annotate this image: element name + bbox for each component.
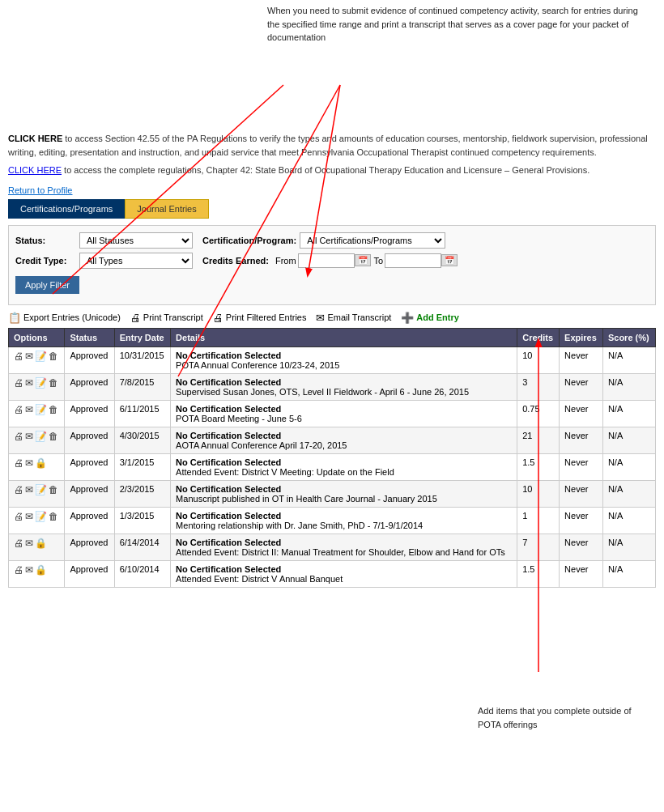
- row-options-cell: 🖨✉📝🗑: [9, 346, 65, 373]
- credit-type-select[interactable]: All Types: [79, 253, 193, 269]
- email-icon[interactable]: ✉: [25, 431, 33, 442]
- row-status: Approved: [65, 346, 114, 373]
- edit-icon[interactable]: 📝: [35, 511, 47, 522]
- row-options-cell: 🖨✉🔒: [9, 560, 65, 587]
- delete-icon[interactable]: 🗑: [49, 351, 58, 362]
- row-status: Approved: [65, 480, 114, 507]
- row-expires: Never: [560, 453, 603, 480]
- col-status: Status: [65, 328, 114, 346]
- tab-journal-entries[interactable]: Journal Entries: [125, 199, 208, 219]
- export-label: Export Entries (Unicode): [23, 312, 121, 322]
- email-icon: ✉: [316, 312, 325, 324]
- from-date-calendar-icon[interactable]: 📅: [355, 254, 371, 266]
- click-here-link-2[interactable]: CLICK HERE: [8, 165, 62, 175]
- lock-icon[interactable]: 🔒: [35, 457, 47, 469]
- row-options-cell: 🖨✉🔒: [9, 534, 65, 560]
- delete-icon[interactable]: 🗑: [49, 431, 58, 442]
- table-row: 🖨✉🔒Approved6/10/2014No Certification Sel…: [9, 560, 656, 587]
- delete-icon[interactable]: 🗑: [49, 484, 58, 495]
- row-expires: Never: [560, 560, 603, 587]
- email-icon[interactable]: ✉: [25, 564, 33, 576]
- row-status: Approved: [65, 534, 114, 560]
- to-date-calendar-icon[interactable]: 📅: [441, 254, 458, 266]
- row-expires: Never: [560, 480, 603, 507]
- row-details: No Certification SelectedMentoring relat…: [171, 507, 517, 534]
- email-icon[interactable]: ✉: [25, 404, 33, 415]
- edit-icon[interactable]: 📝: [35, 484, 47, 495]
- row-score: N/A: [602, 453, 655, 480]
- add-entry-label: Add Entry: [416, 312, 459, 322]
- print-icon[interactable]: 🖨: [14, 511, 23, 522]
- row-details: No Certification SelectedAttended Event:…: [171, 534, 517, 560]
- row-details: No Certification SelectedPOTA Annual Con…: [171, 346, 517, 373]
- row-status: Approved: [65, 507, 114, 534]
- email-transcript-button[interactable]: ✉ Email Transcript: [316, 312, 391, 324]
- row-details: No Certification SelectedAttended Event:…: [171, 560, 517, 587]
- lock-icon[interactable]: 🔒: [35, 538, 47, 549]
- row-options-cell: 🖨✉📝🗑: [9, 480, 65, 507]
- table-row: 🖨✉📝🗑Approved10/31/2015No Certification S…: [9, 346, 656, 373]
- email-icon[interactable]: ✉: [25, 511, 33, 522]
- row-entry-date: 10/31/2015: [114, 346, 170, 373]
- add-entry-button[interactable]: ➕ Add Entry: [401, 312, 459, 324]
- edit-icon[interactable]: 📝: [35, 351, 47, 362]
- row-score: N/A: [602, 480, 655, 507]
- tab-certifications[interactable]: Certifications/Programs: [8, 199, 125, 219]
- row-credits: 3: [517, 373, 560, 400]
- table-row: 🖨✉📝🗑Approved4/30/2015No Certification Se…: [9, 427, 656, 453]
- row-entry-date: 6/11/2015: [114, 400, 170, 427]
- print-icon[interactable]: 🖨: [14, 564, 23, 576]
- row-details: No Certification SelectedAttended Event:…: [171, 453, 517, 480]
- row-details: No Certification SelectedManuscript publ…: [171, 480, 517, 507]
- delete-icon[interactable]: 🗑: [49, 404, 58, 415]
- from-date-input[interactable]: [298, 253, 355, 268]
- print-transcript-icon: 🖨: [130, 312, 141, 324]
- email-icon[interactable]: ✉: [25, 538, 33, 549]
- return-to-profile-link[interactable]: Return to Profile: [8, 185, 72, 195]
- delete-icon[interactable]: 🗑: [49, 377, 58, 389]
- row-entry-date: 3/1/2015: [114, 453, 170, 480]
- print-icon[interactable]: 🖨: [14, 484, 23, 495]
- email-icon[interactable]: ✉: [25, 351, 33, 362]
- callout-bottom-content: Add items that you complete outside of P…: [478, 706, 632, 729]
- tabs-row: Certifications/Programs Journal Entries: [8, 199, 656, 219]
- print-filtered-label: Print Filtered Entries: [226, 312, 307, 322]
- from-label: From: [275, 256, 296, 266]
- row-expires: Never: [560, 427, 603, 453]
- edit-icon[interactable]: 📝: [35, 404, 47, 415]
- cert-select[interactable]: All Certifications/Programs: [300, 232, 445, 249]
- row-score: N/A: [602, 346, 655, 373]
- print-icon[interactable]: 🖨: [14, 457, 23, 469]
- print-icon[interactable]: 🖨: [14, 538, 23, 549]
- to-date-input[interactable]: [385, 253, 441, 268]
- edit-icon[interactable]: 📝: [35, 377, 47, 389]
- apply-filter-button[interactable]: Apply Filter: [15, 276, 79, 294]
- status-label: Status:: [15, 236, 76, 245]
- click-here-link-1[interactable]: CLICK HERE: [8, 134, 62, 143]
- col-entry-date: Entry Date: [114, 328, 170, 346]
- row-entry-date: 6/10/2014: [114, 560, 170, 587]
- print-transcript-button[interactable]: 🖨 Print Transcript: [130, 312, 203, 324]
- print-icon[interactable]: 🖨: [14, 404, 23, 415]
- filter-box: Status: All Statuses Certification/Progr…: [8, 225, 656, 305]
- print-icon[interactable]: 🖨: [14, 377, 23, 389]
- click-here-section-1: CLICK HERE to access Section 42.55 of th…: [8, 132, 656, 159]
- email-icon[interactable]: ✉: [25, 457, 33, 469]
- delete-icon[interactable]: 🗑: [49, 511, 58, 522]
- row-credits: 21: [517, 427, 560, 453]
- print-icon[interactable]: 🖨: [14, 351, 23, 362]
- row-score: N/A: [602, 534, 655, 560]
- export-entries-button[interactable]: 📋 Export Entries (Unicode): [8, 312, 121, 324]
- edit-icon[interactable]: 📝: [35, 431, 47, 442]
- lock-icon[interactable]: 🔒: [35, 564, 47, 576]
- print-icon[interactable]: 🖨: [14, 431, 23, 442]
- email-icon[interactable]: ✉: [25, 484, 33, 495]
- status-select[interactable]: All Statuses: [79, 232, 193, 249]
- row-details: No Certification SelectedPOTA Board Meet…: [171, 400, 517, 427]
- click-here-section-2: CLICK HERE to access the complete regula…: [8, 164, 656, 177]
- row-credits: 1.5: [517, 453, 560, 480]
- row-status: Approved: [65, 373, 114, 400]
- table-row: 🖨✉📝🗑Approved1/3/2015No Certification Sel…: [9, 507, 656, 534]
- print-filtered-button[interactable]: 🖨 Print Filtered Entries: [213, 312, 307, 324]
- email-icon[interactable]: ✉: [25, 377, 33, 389]
